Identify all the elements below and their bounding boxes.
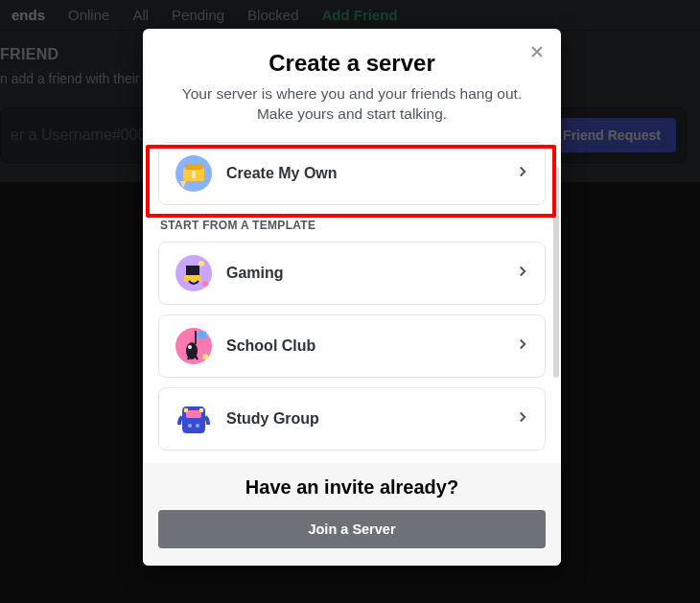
svg-rect-14 bbox=[186, 410, 201, 418]
option-study-group[interactable]: Study Group bbox=[158, 387, 546, 451]
svg-rect-10 bbox=[197, 332, 206, 338]
option-label: Create My Own bbox=[226, 165, 514, 182]
modal-scrollbar[interactable] bbox=[553, 167, 559, 378]
modal-title: Create a server bbox=[162, 50, 542, 77]
svg-point-18 bbox=[196, 424, 199, 428]
svg-rect-9 bbox=[195, 331, 197, 344]
svg-rect-16 bbox=[199, 408, 203, 412]
chevron-right-icon bbox=[514, 163, 531, 184]
option-label: School Club bbox=[226, 337, 514, 355]
svg-point-13 bbox=[202, 354, 208, 359]
close-icon bbox=[527, 50, 547, 64]
svg-rect-2 bbox=[185, 164, 202, 170]
chevron-right-icon bbox=[514, 408, 531, 429]
option-label: Gaming bbox=[226, 265, 514, 282]
svg-rect-3 bbox=[192, 171, 196, 178]
modal-footer: Have an invite already? Join a Server bbox=[143, 463, 561, 566]
invite-prompt: Have an invite already? bbox=[158, 476, 546, 499]
chevron-right-icon bbox=[514, 336, 531, 357]
svg-point-6 bbox=[198, 261, 204, 267]
option-label: Study Group bbox=[226, 410, 514, 428]
option-gaming[interactable]: Gaming bbox=[158, 242, 546, 305]
svg-rect-15 bbox=[184, 408, 188, 412]
svg-point-12 bbox=[188, 345, 192, 349]
school-club-icon bbox=[173, 325, 215, 367]
create-server-modal: Create a server Your server is where you… bbox=[143, 29, 561, 566]
join-server-button[interactable]: Join a Server bbox=[158, 510, 546, 548]
gaming-icon bbox=[173, 252, 215, 294]
modal-header: Create a server Your server is where you… bbox=[143, 29, 561, 127]
study-group-icon bbox=[173, 398, 215, 440]
svg-point-7 bbox=[202, 281, 208, 287]
option-school-club[interactable]: School Club bbox=[158, 314, 546, 378]
create-own-icon bbox=[173, 152, 215, 195]
option-create-my-own[interactable]: Create My Own bbox=[158, 142, 546, 205]
svg-point-17 bbox=[188, 424, 192, 428]
template-section-header: START FROM A TEMPLATE bbox=[160, 219, 546, 232]
close-button[interactable] bbox=[525, 40, 549, 65]
svg-rect-5 bbox=[184, 275, 201, 282]
chevron-right-icon bbox=[514, 263, 531, 284]
modal-body: Create My Own START FROM A TEMPLATE Gami… bbox=[143, 127, 561, 463]
modal-subtitle: Your server is where you and your friend… bbox=[170, 84, 534, 125]
